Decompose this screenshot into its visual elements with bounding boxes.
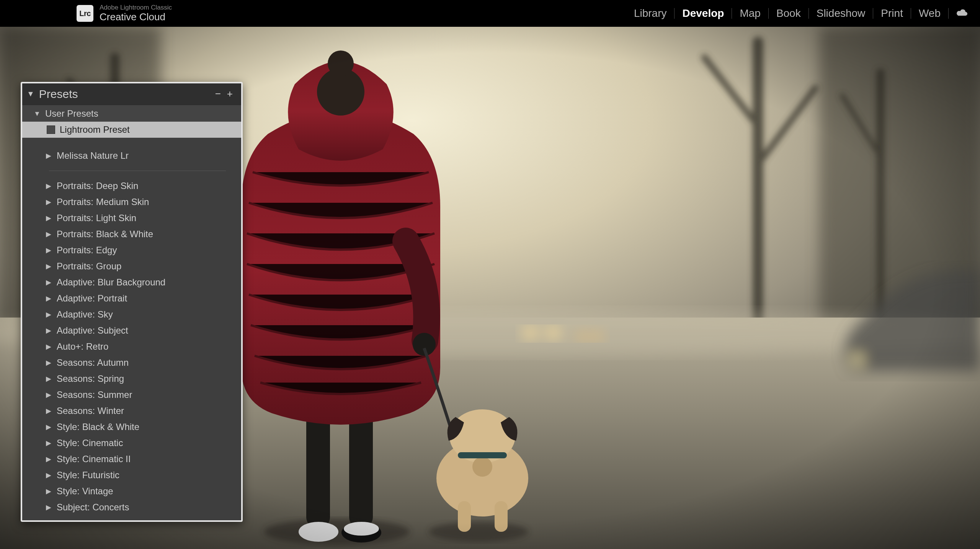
chevron-right-icon: ▶	[44, 214, 53, 222]
brand-line1: Adobe Lightroom Classic	[100, 4, 172, 11]
preset-group[interactable]: ▶Style: Cinematic	[22, 435, 241, 451]
brand: Lrc Adobe Lightroom Classic Creative Clo…	[77, 4, 172, 22]
preset-group-label: Seasons: Summer	[57, 389, 132, 400]
nav-library[interactable]: Library	[626, 8, 675, 19]
chevron-right-icon: ▶	[44, 503, 53, 512]
preset-group-label: Portraits: Black & White	[57, 229, 153, 239]
preset-group-label: Style: Vintage	[57, 486, 113, 497]
preset-group[interactable]: ▶Adaptive: Subject	[22, 323, 241, 339]
preset-group[interactable]: ▶Portraits: Deep Skin	[22, 178, 241, 194]
chevron-right-icon: ▶	[44, 278, 53, 287]
preset-group-label: Adaptive: Portrait	[57, 293, 127, 304]
top-bar: Lrc Adobe Lightroom Classic Creative Clo…	[0, 0, 980, 27]
preset-group-user[interactable]: ▼ User Presets	[22, 106, 241, 122]
preset-group[interactable]: ▶Adaptive: Sky	[22, 306, 241, 323]
preset-group[interactable]: ▶Seasons: Winter	[22, 403, 241, 419]
chevron-right-icon: ▶	[44, 152, 53, 160]
preset-group[interactable]: ▶Seasons: Autumn	[22, 355, 241, 371]
preset-group-label: Style: Black & White	[57, 422, 139, 432]
preset-group-label: Seasons: Autumn	[57, 357, 129, 368]
preset-group[interactable]: ▶Portraits: Medium Skin	[22, 194, 241, 210]
preset-group-label: Adaptive: Blur Background	[57, 277, 165, 288]
cloud-sync-icon[interactable]	[949, 8, 969, 18]
brand-text: Adobe Lightroom Classic Creative Cloud	[100, 4, 172, 22]
preset-group-label: Style: Futuristic	[57, 470, 119, 481]
nav-develop[interactable]: Develop	[675, 8, 732, 19]
preset-group-label: Seasons: Winter	[57, 406, 124, 416]
presets-panel: ▼ Presets − + ▼ User Presets Lightroom P…	[21, 82, 243, 522]
presets-panel-body: ▼ User Presets Lightroom Preset ▶ Meliss…	[22, 105, 241, 520]
preset-group[interactable]: ▶Portraits: Black & White	[22, 226, 241, 242]
preset-group-label: Subject: Concerts	[57, 502, 129, 513]
preset-group-label: Adaptive: Subject	[57, 325, 128, 336]
chevron-right-icon: ▶	[44, 391, 53, 399]
preset-group-label: Melissa Nature Lr	[57, 150, 129, 161]
preset-group-label: Style: Cinematic II	[57, 454, 131, 464]
app-badge: Lrc	[77, 5, 93, 22]
nav-web[interactable]: Web	[911, 8, 949, 19]
collapse-button[interactable]: −	[212, 88, 224, 100]
preset-group-label: Adaptive: Sky	[57, 309, 113, 320]
preset-group-label: Portraits: Medium Skin	[57, 197, 149, 207]
chevron-right-icon: ▶	[44, 230, 53, 238]
brand-line2: Creative Cloud	[100, 11, 172, 23]
preset-group[interactable]: ▶Style: Futuristic	[22, 467, 241, 483]
chevron-right-icon: ▶	[44, 262, 53, 270]
preset-group-label: Auto+: Retro	[57, 341, 108, 352]
chevron-right-icon: ▶	[44, 326, 53, 335]
preset-group[interactable]: ▶Adaptive: Blur Background	[22, 274, 241, 290]
chevron-right-icon: ▶	[44, 342, 53, 351]
chevron-right-icon: ▶	[44, 407, 53, 415]
chevron-right-icon: ▶	[44, 375, 53, 383]
nav-map[interactable]: Map	[732, 8, 768, 19]
add-preset-button[interactable]: +	[224, 88, 236, 100]
chevron-right-icon: ▶	[44, 246, 53, 254]
preset-group[interactable]: ▶Adaptive: Portrait	[22, 290, 241, 306]
presets-panel-title: Presets	[39, 88, 212, 101]
preset-group-label: Seasons: Spring	[57, 373, 124, 384]
preset-group[interactable]: ▶Portraits: Light Skin	[22, 210, 241, 226]
preset-group-label: Style: Cinematic	[57, 438, 123, 448]
preset-item-label: Lightroom Preset	[60, 124, 130, 135]
preset-group[interactable]: ▶Style: Vintage	[22, 483, 241, 499]
chevron-right-icon: ▶	[44, 423, 53, 431]
preset-group-label: Portraits: Edgy	[57, 245, 117, 256]
preset-group[interactable]: ▶Auto+: Retro	[22, 339, 241, 355]
preset-group-label: Portraits: Light Skin	[57, 213, 136, 223]
chevron-right-icon: ▶	[44, 198, 53, 206]
nav-book[interactable]: Book	[769, 8, 809, 19]
chevron-right-icon: ▶	[44, 294, 53, 303]
preset-group-label: User Presets	[45, 108, 98, 119]
nav-print[interactable]: Print	[873, 8, 911, 19]
chevron-right-icon: ▶	[44, 487, 53, 495]
preset-group[interactable]: ▶Style: Cinematic II	[22, 451, 241, 467]
chevron-right-icon: ▶	[44, 182, 53, 190]
preset-group[interactable]: ▶Seasons: Spring	[22, 371, 241, 387]
preset-group[interactable]: ▶Portraits: Group	[22, 258, 241, 274]
chevron-right-icon: ▶	[44, 471, 53, 479]
chevron-right-icon: ▶	[44, 439, 53, 447]
preset-group-label: Portraits: Group	[57, 261, 121, 272]
nav-slideshow[interactable]: Slideshow	[809, 8, 874, 19]
preset-group[interactable]: ▶Style: Black & White	[22, 419, 241, 435]
separator	[49, 171, 226, 171]
preset-group[interactable]: ▶Seasons: Summer	[22, 387, 241, 403]
preset-group[interactable]: ▶Portraits: Edgy	[22, 242, 241, 258]
chevron-right-icon: ▶	[44, 455, 53, 463]
chevron-right-icon: ▶	[44, 358, 53, 367]
preset-group[interactable]: ▶Subject: Concerts	[22, 499, 241, 515]
chevron-right-icon: ▶	[44, 310, 53, 319]
preset-item-selected[interactable]: Lightroom Preset	[22, 122, 241, 138]
preset-thumb-icon	[47, 125, 55, 134]
chevron-down-icon: ▼	[33, 110, 41, 118]
preset-group-label: Portraits: Deep Skin	[57, 181, 138, 191]
presets-panel-header[interactable]: ▼ Presets − +	[22, 83, 241, 105]
preset-group-melissa[interactable]: ▶ Melissa Nature Lr	[22, 148, 241, 164]
module-nav: Library Develop Map Book Slideshow Print…	[626, 8, 969, 19]
chevron-down-icon: ▼	[27, 90, 34, 98]
